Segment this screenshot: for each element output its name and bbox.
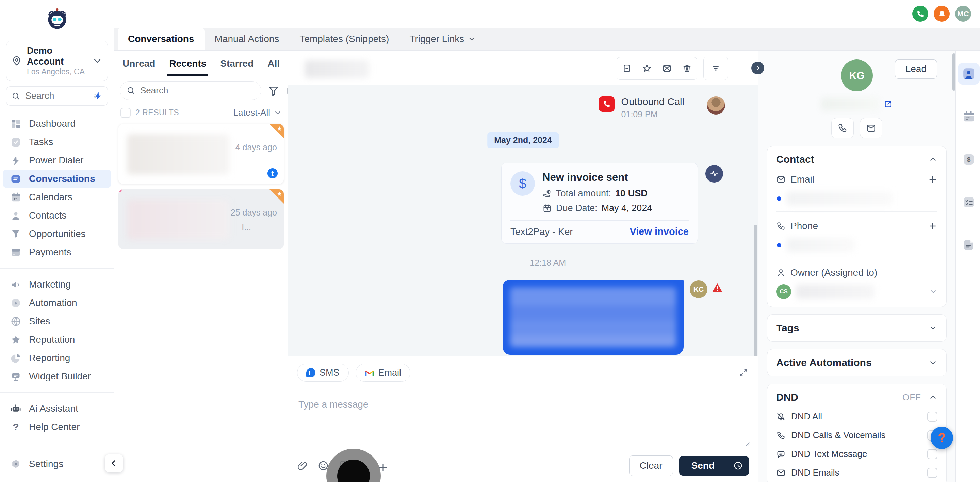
sidebar-item-tasks[interactable]: Tasks (0, 133, 114, 151)
contact-panel-scrollbar[interactable] (953, 53, 956, 91)
archive-button[interactable] (617, 57, 637, 79)
add-phone-icon[interactable] (928, 221, 937, 231)
tab-manual-actions[interactable]: Manual Actions (205, 27, 290, 50)
sidebar-item-contacts[interactable]: Contacts (0, 206, 114, 225)
chat-actions (617, 57, 728, 80)
filter-funnel-icon[interactable] (267, 85, 280, 97)
toggle-contact-panel-button[interactable] (751, 62, 764, 75)
contact-section-header[interactable]: Contact (776, 154, 937, 165)
sidebar-item-widget-builder[interactable]: Widget Builder (0, 367, 114, 385)
account-switcher[interactable]: Demo Account Los Angeles, CA (6, 41, 108, 81)
send-button[interactable]: Send (679, 456, 727, 476)
conversation-filter-unread[interactable]: Unread (121, 58, 157, 76)
chevron-up-icon (929, 393, 937, 402)
conversation-preview-redacted (127, 200, 229, 239)
sidebar-item-calendars[interactable]: Calendars (0, 188, 114, 206)
channel-tab-sms[interactable]: SMS (297, 364, 349, 382)
quick-actions-bolt-icon[interactable] (94, 92, 103, 101)
dnd-checkbox[interactable] (927, 449, 937, 459)
contact-panel: Lead KG Contact (758, 51, 956, 482)
phone-icon (602, 100, 611, 108)
message-filter-button[interactable] (703, 57, 728, 80)
sidebar-item-settings[interactable]: Settings (0, 455, 114, 473)
tab-templates-snippets-[interactable]: Templates (Snippets) (289, 27, 399, 50)
collapse-composer-icon[interactable] (739, 368, 748, 377)
sidebar-collapse-button[interactable] (105, 454, 123, 472)
owner-avatar: CS (776, 284, 791, 299)
play-circle-icon (10, 297, 21, 309)
sidebar-item-dashboard[interactable]: Dashboard (0, 114, 114, 133)
sidebar-item-opportunities[interactable]: Opportunities (0, 225, 114, 243)
clear-button[interactable]: Clear (629, 455, 673, 476)
invoice-total-label: Total amount: (556, 188, 611, 199)
strip-tasks-tab[interactable] (958, 191, 980, 213)
chevron-left-icon (110, 459, 118, 468)
conversation-filter-starred[interactable]: Starred (218, 58, 256, 76)
sidebar-item-help-center[interactable]: ?Help Center (0, 418, 114, 436)
dnd-section-header[interactable]: DND OFF (776, 392, 937, 403)
add-email-icon[interactable] (928, 175, 937, 184)
tab-label: Conversations (128, 34, 194, 44)
sidebar-item-power-dialer[interactable]: Power Dialer (0, 151, 114, 170)
user-avatar[interactable]: MC (955, 6, 971, 22)
conversation-item[interactable]: ★25 days agoI... (118, 189, 284, 249)
strip-contact-tab[interactable] (958, 63, 980, 85)
external-link-icon[interactable] (884, 100, 892, 108)
star-button[interactable] (637, 57, 657, 79)
sender-avatar: KC (690, 281, 708, 298)
conversation-filter-all[interactable]: All (266, 58, 282, 76)
attachment-icon[interactable] (297, 460, 309, 471)
dnd-checkbox[interactable] (927, 412, 937, 422)
sidebar-search-input[interactable] (24, 90, 89, 101)
sidebar-item-automation[interactable]: Automation (0, 294, 114, 312)
chat-scrollbar[interactable] (754, 225, 757, 356)
conversation-item[interactable]: ★4 days agof (118, 124, 284, 184)
message-input[interactable] (298, 398, 708, 451)
contact-section: Contact Email Phone (767, 146, 947, 307)
tab-conversations[interactable]: Conversations (118, 27, 205, 50)
notifications-button[interactable] (934, 6, 950, 22)
dnd-checkbox[interactable] (927, 468, 937, 478)
strip-notes-tab[interactable] (958, 234, 980, 256)
sidebar-item-reputation[interactable]: Reputation (0, 330, 114, 349)
conversation-search-input[interactable] (140, 85, 255, 96)
select-all-checkbox[interactable] (121, 108, 130, 118)
conversations-icon (10, 173, 21, 185)
tab-trigger-links[interactable]: Trigger Links (399, 27, 486, 50)
sidebar-item-ai-assistant[interactable]: Ai Assistant (0, 400, 114, 418)
message-text-redacted (510, 287, 676, 347)
contact-type-badge[interactable]: Lead (895, 59, 937, 79)
sidebar-item-payments[interactable]: Payments (0, 243, 114, 262)
automations-section-header[interactable]: Active Automations (776, 357, 937, 368)
dnd-section: DND OFF DND AllDND Calls & VoicemailsDND… (767, 384, 947, 482)
add-more-icon[interactable] (377, 461, 389, 473)
sidebar-item-marketing[interactable]: Marketing (0, 275, 114, 294)
tags-section-header[interactable]: Tags (776, 322, 937, 334)
divider (776, 211, 937, 212)
strip-payments-tab[interactable]: $ (958, 149, 980, 170)
tags-section: Tags (767, 314, 947, 342)
sidebar-item-conversations[interactable]: Conversations (3, 170, 111, 188)
dnd-label: DND Emails (791, 468, 840, 478)
email-contact-button[interactable] (860, 118, 882, 138)
sidebar-item-sites[interactable]: Sites (0, 312, 114, 330)
view-invoice-link[interactable]: View invoice (630, 226, 689, 237)
sidebar-item-reporting[interactable]: Reporting (0, 349, 114, 367)
sort-dropdown[interactable]: Latest-All (234, 108, 282, 118)
resize-handle-icon[interactable] (744, 441, 750, 447)
strip-appointments-tab[interactable] (958, 106, 980, 127)
dialer-button[interactable] (912, 6, 928, 22)
chat-messages: Outbound Call 01:09 PM May 2nd, 2024 $ N… (288, 85, 758, 356)
conversation-search[interactable] (120, 81, 261, 100)
help-button[interactable]: ? (931, 427, 953, 449)
channel-tab-email[interactable]: Email (356, 364, 411, 382)
delete-button[interactable] (677, 57, 697, 79)
call-contact-button[interactable] (831, 118, 854, 138)
sidebar-search[interactable] (6, 86, 108, 106)
conversation-filter-recents[interactable]: Recents (167, 58, 208, 76)
owner-select[interactable]: CS (776, 284, 937, 299)
mark-unread-button[interactable] (657, 57, 677, 79)
schedule-send-button[interactable] (727, 456, 749, 476)
clock-icon (733, 461, 743, 471)
dollar-icon: $ (511, 171, 535, 196)
